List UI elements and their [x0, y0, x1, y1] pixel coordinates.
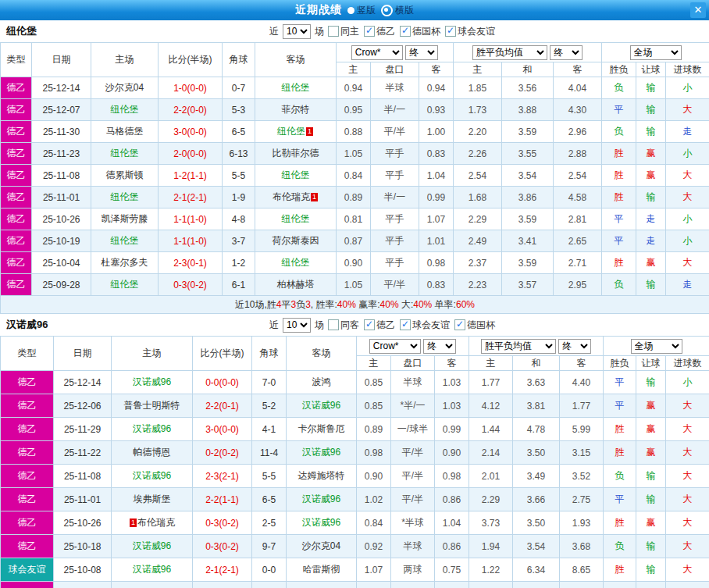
score-cell[interactable]: 2-0(0-0) [159, 143, 223, 165]
recent-count-select[interactable]: 10 [283, 24, 311, 39]
date-cell: 25-09-28 [32, 274, 91, 296]
match-row: 德乙25-12-14汉诺威960-0(0-0)7-0波鸿0.85半球1.031.… [1, 371, 709, 394]
europe-odds-select[interactable]: 胜平负均值 [472, 45, 547, 60]
team-link[interactable]: 汉诺威96 [133, 540, 171, 551]
score-cell[interactable]: 0-3(0-2) [193, 511, 252, 535]
filter-checkbox[interactable]: ✓球会友谊 [400, 319, 450, 332]
team-link[interactable]: 汉诺威96 [302, 494, 340, 504]
team-link[interactable]: 汉诺威96 [302, 447, 340, 458]
odds-provider-select[interactable]: Crow* [351, 45, 403, 60]
score-cell[interactable]: 2-3(0-1) [159, 252, 223, 274]
score-cell[interactable]: 1-1(1-0) [159, 208, 223, 230]
team-link[interactable]: 纽伦堡 [277, 126, 305, 137]
filter-checkbox[interactable]: 同主 [328, 25, 359, 38]
europe-odds-select[interactable]: 胜平负均值 [481, 339, 556, 354]
filter-checkbox[interactable]: ✓德乙 [364, 25, 395, 38]
match-type-cell: 德乙 [1, 121, 32, 143]
team-link[interactable]: 纽伦堡 [111, 104, 139, 115]
odds-state-select[interactable]: 终 [405, 45, 438, 60]
score-cell[interactable]: 0-2(0-2) [193, 441, 252, 465]
team-link[interactable]: 柏林赫塔 [277, 279, 315, 290]
score-cell[interactable]: 0-3(0-2) [193, 535, 252, 558]
team-link[interactable]: 汉诺威96 [302, 517, 340, 528]
team-link[interactable]: 普鲁士明斯特 [124, 400, 180, 411]
checked-checkbox-icon: ✓ [400, 319, 411, 330]
close-icon[interactable]: ✕ [690, 2, 706, 18]
team-link[interactable]: 布伦瑞克 [137, 517, 175, 528]
team-link[interactable]: 纽伦堡 [282, 213, 310, 224]
score-cell[interactable]: 1-0(0-0) [159, 77, 223, 99]
col-home: 主场 [112, 337, 193, 371]
euro-draw-odds: 3.88 [502, 99, 554, 121]
scope-select[interactable]: 全场 [631, 339, 682, 354]
score-cell[interactable]: 0-3(0-2) [159, 274, 223, 296]
score-cell[interactable]: 2-2(0-1) [193, 394, 252, 418]
filter-checkbox[interactable]: ✓德国杯 [454, 319, 495, 332]
filter-label: 球会友谊 [458, 25, 495, 38]
score-cell[interactable]: 2-2(0-0) [159, 99, 223, 121]
score-cell[interactable]: 1-1(1-0) [159, 230, 223, 252]
team-link[interactable]: 沙尔克04 [302, 540, 340, 551]
team-link[interactable]: 纽伦堡 [282, 169, 310, 180]
team-link[interactable]: 沙尔克04 [105, 82, 144, 93]
team-link[interactable]: 马格德堡 [106, 126, 144, 137]
date-cell: 25-12-07 [32, 99, 91, 121]
team-link[interactable]: 汉诺威96 [133, 376, 171, 387]
score-cell[interactable]: 2-1(2-1) [159, 187, 223, 208]
score-cell[interactable]: 0-0(0-0) [193, 371, 252, 394]
score-cell[interactable]: 2-2(1-1) [193, 488, 252, 511]
date-cell: 25-11-08 [54, 465, 112, 488]
score-cell[interactable]: 1-2(1-1) [159, 165, 223, 187]
europe-state-select[interactable]: 终 [558, 339, 591, 354]
team-link[interactable]: 菲尔特 [282, 104, 310, 115]
filter-checkbox[interactable]: ✓德国杯 [400, 25, 440, 38]
team-link[interactable]: 汉诺威96 [302, 400, 340, 411]
recent-count-select[interactable]: 10 [283, 318, 311, 333]
filter-checkbox[interactable]: ✓球会友谊 [445, 25, 495, 38]
team-link[interactable]: 波鸿 [312, 376, 331, 387]
result-handicap: 输 [636, 187, 666, 208]
odds-provider-select[interactable]: Crow* [369, 339, 421, 354]
team-link[interactable]: 汉诺威96 [133, 423, 171, 434]
score-cell[interactable]: 3-0(0-0) [193, 418, 252, 441]
team-link[interactable]: 纽伦堡 [111, 148, 139, 159]
team-link[interactable]: 比勒菲尔德 [273, 148, 319, 159]
score-cell[interactable]: 2-2(1-1) [193, 582, 252, 588]
team-link[interactable]: 达姆施塔特 [298, 470, 345, 481]
team-link[interactable]: 荷尔斯泰因 [273, 235, 319, 246]
layout-radio-vertical[interactable]: 竖版 [347, 4, 376, 17]
team-link[interactable]: 卡尔斯鲁厄 [298, 423, 345, 434]
team-link[interactable]: 纽伦堡 [282, 82, 310, 93]
team-link[interactable]: 纽伦堡 [111, 191, 139, 202]
filter-bar: 近 10 场 同客✓德乙✓球会友谊✓德国杯 [269, 318, 495, 333]
team-link[interactable]: 埃弗斯堡 [134, 494, 171, 504]
summary-segment: 平 [281, 299, 290, 310]
europe-state-select[interactable]: 终 [550, 45, 583, 60]
team-link[interactable]: 汉诺威96 [133, 470, 171, 481]
score-cell[interactable]: 2-3(2-1) [193, 465, 252, 488]
away-team-cell: 纽伦堡 [255, 252, 337, 274]
team-link[interactable]: 布伦瑞克 [273, 191, 310, 202]
score-cell[interactable]: 3-0(0-0) [159, 121, 223, 143]
handicap-home-odds: 0.85 [357, 371, 391, 394]
handicap-home-odds: 1.05 [337, 274, 371, 296]
team-link[interactable]: 纽伦堡 [111, 235, 139, 246]
filter-checkbox[interactable]: ✓德乙 [364, 319, 395, 332]
team-link[interactable]: 杜塞尔多夫 [102, 257, 148, 268]
team-link[interactable]: 凯泽斯劳滕 [102, 213, 148, 224]
home-team-cell: 汉诺威96 [112, 371, 193, 394]
away-team-cell: 汉诺威96 [287, 582, 357, 588]
odds-state-select[interactable]: 终 [423, 339, 456, 354]
team-link[interactable]: 帕德博恩 [134, 447, 171, 458]
team-link[interactable]: 德累斯顿 [106, 169, 144, 180]
scope-select[interactable]: 全场 [630, 45, 682, 60]
team-link[interactable]: 纽伦堡 [282, 257, 310, 268]
score-cell[interactable]: 2-1(2-1) [193, 558, 252, 582]
result-wdl: 平 [602, 208, 636, 230]
col-away: 客场 [255, 43, 337, 77]
team-link[interactable]: 哈雷斯彻 [303, 564, 340, 575]
team-link[interactable]: 汉诺威96 [133, 564, 171, 575]
team-link[interactable]: 纽伦堡 [111, 279, 139, 290]
filter-checkbox[interactable]: 同客 [328, 319, 359, 332]
layout-radio-horizontal[interactable]: 横版 [381, 4, 414, 17]
